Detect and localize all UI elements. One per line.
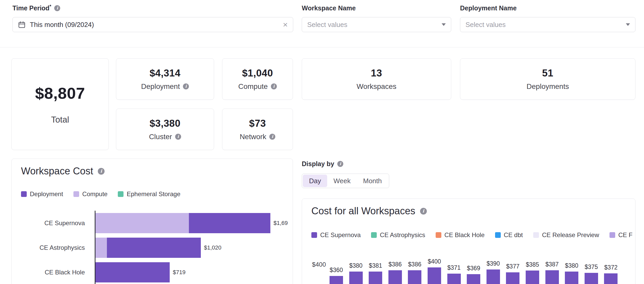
cluster-cost-value: $3,380	[149, 118, 180, 129]
workspace-cost-chart: CE Supernova$1,69CE Astrophysics$1,020CE…	[12, 211, 293, 284]
total-cost-value: $8,807	[35, 84, 85, 102]
time-period-label-text: Time Period*	[12, 4, 51, 12]
bar	[408, 270, 421, 284]
time-period-label: Time Period*	[12, 3, 60, 13]
legend-label: Deployment	[30, 190, 63, 198]
stacked-bar: $1,69	[95, 213, 288, 233]
deployments-count-label: Deployments	[526, 82, 569, 91]
bar-value-label: $1,020	[204, 244, 221, 251]
stacked-bar: $1,020	[95, 238, 221, 258]
workspace-name-select[interactable]: Select values	[302, 17, 451, 32]
deployment-name-select[interactable]: Select values	[460, 17, 635, 32]
workspaces-count-label: Workspaces	[357, 82, 396, 91]
bar-value-label: $400	[423, 258, 446, 265]
cluster-cost-label: Cluster	[149, 133, 181, 141]
info-icon[interactable]	[98, 168, 105, 175]
info-icon[interactable]	[54, 5, 60, 11]
bar-segment-compute	[95, 213, 189, 233]
legend-label: Ephemeral Storage	[127, 190, 180, 198]
bar	[604, 273, 618, 284]
chevron-down-icon	[442, 23, 446, 26]
deployment-cost-label: Deployment	[141, 82, 189, 91]
workspace-cost-row: CE Black Hole$719	[12, 260, 293, 284]
workspace-cost-panel: Workspace Cost DeploymentComputeEphemera…	[11, 159, 293, 284]
workspace-name-placeholder: Select values	[307, 21, 347, 29]
workspace-cost-category-label: CE Black Hole	[12, 269, 90, 276]
workspace-cost-category-label: CE Supernova	[12, 219, 90, 227]
legend-label: Compute	[82, 190, 107, 198]
workspaces-count-card: 13 Workspaces	[302, 58, 451, 100]
cost-all-chart: $400 $360$380$381$386$386$400$371$369$39…	[302, 199, 635, 284]
legend-swatch	[21, 191, 27, 197]
display-by-label: Display by	[302, 160, 343, 168]
bar	[428, 267, 441, 284]
workspace-cost-row: CE Astrophysics$1,020	[12, 235, 293, 260]
info-icon[interactable]	[271, 83, 277, 89]
bar	[487, 269, 500, 284]
legend-swatch	[118, 191, 124, 197]
bar-value-label: $1,69	[273, 220, 288, 226]
display-by-option-month[interactable]: Month	[357, 175, 388, 187]
network-cost-label: Network	[240, 133, 276, 141]
compute-cost-value: $1,040	[242, 68, 273, 79]
info-icon[interactable]	[269, 134, 275, 140]
workspaces-count-value: 13	[371, 68, 382, 79]
bar	[388, 270, 402, 284]
bar	[467, 274, 480, 284]
workspace-cost-category-label: CE Astrophysics	[12, 244, 90, 251]
bar-segment-deployment	[107, 238, 201, 258]
deployments-count-card: 51 Deployments	[460, 58, 635, 100]
bar-segment-compute	[95, 238, 107, 258]
workspace-name-label: Workspace Name	[302, 3, 356, 13]
network-cost-card: $73 Network	[222, 109, 293, 150]
total-cost-card: $8,807 Total	[11, 58, 109, 150]
workspace-cost-title: Workspace Cost	[21, 166, 105, 177]
bar-segment-deployment	[189, 213, 270, 233]
network-cost-value: $73	[249, 118, 266, 129]
bar	[369, 272, 382, 284]
bar	[506, 272, 519, 284]
time-period-input[interactable]: This month (09/2024) ×	[12, 17, 293, 32]
calendar-icon	[18, 21, 26, 29]
legend-item[interactable]: Compute	[73, 190, 107, 198]
compute-cost-card: $1,040 Compute	[222, 58, 293, 100]
stacked-bar: $719	[95, 262, 186, 282]
deployment-cost-card: $4,314 Deployment	[116, 58, 214, 100]
display-by-toggle[interactable]: DayWeekMonth	[302, 174, 389, 188]
info-icon[interactable]	[175, 134, 181, 140]
required-asterisk: *	[50, 4, 51, 9]
info-icon[interactable]	[337, 161, 343, 167]
cost-all-workspaces-panel: Cost for all Workspaces CE SupernovaCE A…	[302, 198, 635, 284]
display-by-option-day[interactable]: Day	[303, 175, 327, 187]
info-icon[interactable]	[183, 83, 189, 89]
bar	[565, 272, 578, 284]
total-cost-label: Total	[51, 115, 69, 125]
y-axis-tick: $400	[302, 261, 326, 268]
display-by-option-week[interactable]: Week	[327, 175, 357, 187]
cost-dashboard: Time Period* This month (09/2024) × Work…	[0, 0, 644, 284]
bar	[330, 276, 343, 284]
workspace-cost-legend: DeploymentComputeEphemeral Storage	[21, 190, 180, 198]
legend-item[interactable]: Deployment	[21, 190, 63, 198]
bar	[545, 270, 559, 284]
legend-swatch	[73, 191, 79, 197]
bar	[447, 274, 461, 284]
cluster-cost-card: $3,380 Cluster	[116, 109, 214, 150]
legend-item[interactable]: Ephemeral Storage	[118, 190, 180, 198]
deployments-count-value: 51	[542, 68, 553, 79]
bar-value-label: $372	[599, 264, 622, 271]
bar-segment-deployment	[95, 262, 170, 282]
time-period-value: This month (09/2024)	[30, 21, 94, 29]
workspace-cost-row: CE Supernova$1,69	[12, 211, 293, 235]
compute-cost-label: Compute	[238, 82, 277, 91]
divider	[0, 47, 644, 47]
bar	[526, 271, 539, 284]
bar-value-label: $719	[173, 269, 186, 276]
deployment-cost-value: $4,314	[149, 68, 180, 79]
clear-icon[interactable]: ×	[283, 20, 288, 29]
deployment-name-placeholder: Select values	[465, 21, 506, 29]
deployment-name-label: Deployment Name	[460, 3, 517, 13]
bar	[585, 273, 598, 284]
bar	[349, 272, 363, 284]
chevron-down-icon	[626, 23, 630, 26]
